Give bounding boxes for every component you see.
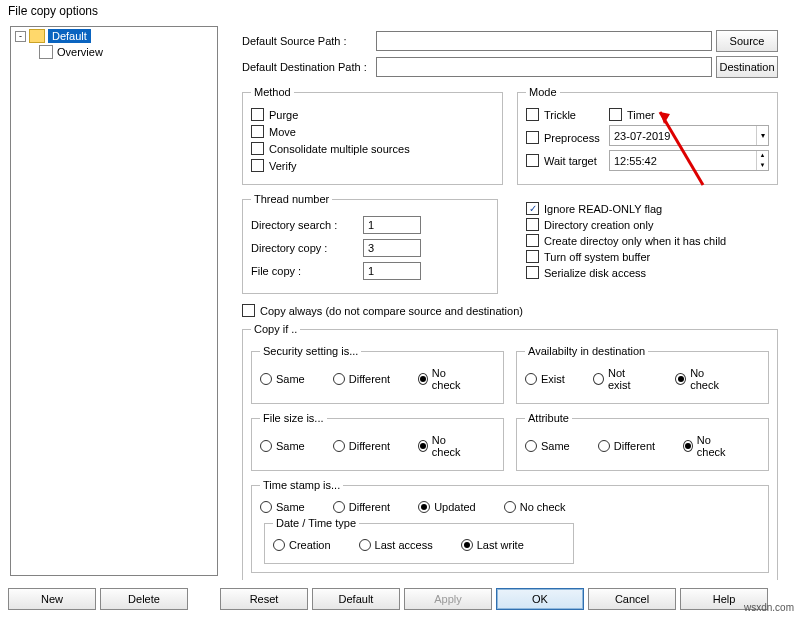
thread-legend: Thread number [251, 193, 332, 205]
ts-updated-radio[interactable] [418, 501, 430, 513]
security-nocheck-radio[interactable] [418, 373, 428, 385]
dest-path-input[interactable] [376, 57, 712, 77]
verify-label: Verify [269, 160, 297, 172]
purge-label: Purge [269, 109, 298, 121]
copyif-group: Copy if .. Security setting is... Same D… [242, 323, 778, 580]
ts-same-radio[interactable] [260, 501, 272, 513]
filesize-nocheck-radio[interactable] [418, 440, 428, 452]
dir-only-label: Directory creation only [544, 219, 653, 231]
dt-creation-radio[interactable] [273, 539, 285, 551]
copy-always-label: Copy always (do not compare source and d… [260, 305, 523, 317]
datetime-group: Date / Time type Creation Last access La… [264, 517, 574, 564]
move-label: Move [269, 126, 296, 138]
avail-notexist-radio[interactable] [593, 373, 604, 385]
timer-label: Timer [627, 109, 655, 121]
timer-time-field[interactable]: ▲▼ [609, 150, 769, 171]
ts-nocheck-radio[interactable] [504, 501, 516, 513]
security-diff-radio[interactable] [333, 373, 345, 385]
purge-checkbox[interactable] [251, 108, 264, 121]
ignore-readonly-checkbox[interactable] [526, 202, 539, 215]
tree-item-default[interactable]: Default [48, 29, 91, 43]
destination-button[interactable]: Destination [716, 56, 778, 78]
button-bar: New Delete Reset Default Apply OK Cancel… [0, 580, 800, 617]
source-button[interactable]: Source [716, 30, 778, 52]
filesize-diff-radio[interactable] [333, 440, 345, 452]
dir-search-label: Directory search : [251, 219, 363, 231]
source-path-label: Default Source Path : [242, 35, 376, 47]
dir-child-checkbox[interactable] [526, 234, 539, 247]
dir-only-checkbox[interactable] [526, 218, 539, 231]
tree-item-overview[interactable]: Overview [57, 46, 103, 58]
datetime-legend: Date / Time type [273, 517, 359, 529]
attribute-group: Attribute Same Different No check [516, 412, 769, 471]
dt-lastwrite-radio[interactable] [461, 539, 473, 551]
serialize-checkbox[interactable] [526, 266, 539, 279]
avail-nocheck-radio[interactable] [675, 373, 686, 385]
dir-copy-label: Directory copy : [251, 242, 363, 254]
trickle-checkbox[interactable] [526, 108, 539, 121]
attribute-legend: Attribute [525, 412, 572, 424]
timer-checkbox[interactable] [609, 108, 622, 121]
dir-copy-input[interactable] [363, 239, 421, 257]
filesize-legend: File size is... [260, 412, 327, 424]
mode-legend: Mode [526, 86, 560, 98]
timer-date-input[interactable] [610, 126, 756, 145]
consolidate-label: Consolidate multiple sources [269, 143, 410, 155]
thread-group: Thread number Directory search : Directo… [242, 193, 498, 294]
dir-child-label: Create directoy only when it has child [544, 235, 726, 247]
preprocess-checkbox[interactable] [526, 131, 539, 144]
attr-same-radio[interactable] [525, 440, 537, 452]
window-title: File copy options [0, 0, 800, 22]
security-legend: Security setting is... [260, 345, 361, 357]
timestamp-legend: Time stamp is... [260, 479, 343, 491]
security-group: Security setting is... Same Different No… [251, 345, 504, 404]
mode-group: Mode Trickle Preprocess Wait target Time… [517, 86, 778, 185]
tree-collapse-icon[interactable]: - [15, 31, 26, 42]
ok-button[interactable]: OK [496, 588, 584, 610]
wait-target-label: Wait target [544, 155, 597, 167]
ignore-readonly-label: Ignore READ-ONLY flag [544, 203, 662, 215]
preprocess-label: Preprocess [544, 132, 600, 144]
trickle-label: Trickle [544, 109, 576, 121]
buffer-checkbox[interactable] [526, 250, 539, 263]
file-copy-input[interactable] [363, 262, 421, 280]
ts-diff-radio[interactable] [333, 501, 345, 513]
dest-path-label: Default Destination Path : [242, 61, 376, 73]
date-dropdown-icon[interactable]: ▾ [756, 126, 768, 145]
copyif-legend: Copy if .. [251, 323, 300, 335]
wait-target-checkbox[interactable] [526, 154, 539, 167]
serialize-label: Serialize disk access [544, 267, 646, 279]
filesize-same-radio[interactable] [260, 440, 272, 452]
file-copy-label: File copy : [251, 265, 363, 277]
filesize-group: File size is... Same Different No check [251, 412, 504, 471]
cancel-button[interactable]: Cancel [588, 588, 676, 610]
tree-panel: - Default Overview [10, 26, 218, 576]
reset-button[interactable]: Reset [220, 588, 308, 610]
attr-diff-radio[interactable] [598, 440, 610, 452]
document-icon [39, 45, 53, 59]
source-path-input[interactable] [376, 31, 712, 51]
method-group: Method Purge Move Consolidate multiple s… [242, 86, 503, 185]
availability-group: Availabilty in destination Exist Not exi… [516, 345, 769, 404]
move-checkbox[interactable] [251, 125, 264, 138]
copy-always-checkbox[interactable] [242, 304, 255, 317]
folder-icon [29, 29, 45, 43]
apply-button[interactable]: Apply [404, 588, 492, 610]
dt-lastaccess-radio[interactable] [359, 539, 371, 551]
attr-nocheck-radio[interactable] [683, 440, 693, 452]
dir-search-input[interactable] [363, 216, 421, 234]
timer-date-field[interactable]: ▾ [609, 125, 769, 146]
consolidate-checkbox[interactable] [251, 142, 264, 155]
new-button[interactable]: New [8, 588, 96, 610]
security-same-radio[interactable] [260, 373, 272, 385]
default-button[interactable]: Default [312, 588, 400, 610]
timestamp-group: Time stamp is... Same Different Updated … [251, 479, 769, 573]
avail-exist-radio[interactable] [525, 373, 537, 385]
buffer-label: Turn off system buffer [544, 251, 650, 263]
delete-button[interactable]: Delete [100, 588, 188, 610]
verify-checkbox[interactable] [251, 159, 264, 172]
availability-legend: Availabilty in destination [525, 345, 648, 357]
timer-time-input[interactable] [610, 151, 756, 170]
time-spinner[interactable]: ▲▼ [756, 151, 768, 170]
watermark: wsxdn.com [744, 602, 794, 613]
